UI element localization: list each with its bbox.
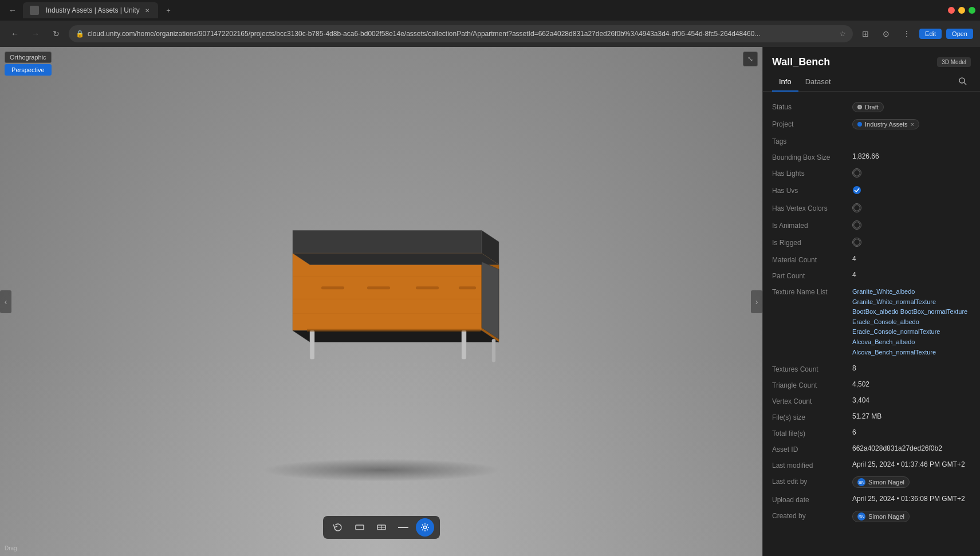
tab-label: Industry Assets | Assets | Unity [46,6,140,14]
model-badge: 3D Model [937,57,971,67]
created-by-user-avatar: SN [857,512,865,520]
has-vertex-colors-icon [852,203,861,212]
svg-marker-17 [307,329,481,332]
is-rigged-label: Is Rigged [772,238,852,247]
browser-chrome: ← Industry Assets | Assets | Unity ✕ ＋ ←… [0,0,980,47]
upload-date-value: April 25, 2024 • 01:36:08 PM GMT+2 [852,495,971,503]
viewer-arrow-right[interactable]: › [751,290,762,313]
info-panel: Wall_Bench 3D Model Info Dataset Status [762,47,980,556]
part-count-label: Part Count [772,271,852,280]
has-vertex-colors-row: Has Vertex Colors [772,200,971,217]
status-text: Draft [865,104,879,111]
has-vertex-colors-label: Has Vertex Colors [772,203,852,212]
status-label: Status [772,102,852,111]
material-count-value: 4 [852,255,971,263]
viewer-arrow-left[interactable]: ‹ [0,290,11,313]
project-remove-btn[interactable]: × [911,121,914,128]
file-size-value: 51.27 MB [852,412,971,420]
svg-rect-15 [492,339,495,362]
grid-btn[interactable] [394,518,412,537]
created-by-user-badge: SN Simon Nagel [852,511,910,522]
address-bar[interactable]: 🔒 cloud.unity.com/home/organizations/907… [69,25,853,42]
wireframe-btn[interactable] [372,518,391,537]
extensions-btn[interactable]: ⊞ [857,26,873,42]
search-icon[interactable] [955,73,971,91]
last-modified-label: Last modified [772,460,852,470]
file-size-row: File(s) size 51.27 MB [772,409,971,425]
last-edit-user-avatar: SN [857,478,865,486]
bookmark-icon[interactable]: ☆ [840,30,846,38]
window-maximize-btn[interactable] [969,7,975,14]
texture-name-list-row: Texture Name List Granite_White_albedo G… [772,283,971,361]
viewer-3d[interactable]: Orthographic Perspective ⤡ ‹ › [0,47,762,556]
info-content: Status Draft Project Industry Assets × [763,92,980,556]
has-lights-row: Has Lights [772,165,971,182]
status-badge: Draft [852,102,884,112]
viewer-panel[interactable]: Orthographic Perspective ⤡ ‹ › [0,47,762,556]
reset-view-btn[interactable] [329,518,347,537]
tab-info[interactable]: Info [772,73,798,92]
browser-toolbar-right: ⊞ ⊙ ⋮ Edit Open [857,26,973,42]
vertex-count-value: 3,404 [852,396,971,404]
orthographic-btn[interactable]: Orthographic [5,52,52,63]
is-rigged-row: Is Rigged [772,234,971,251]
bounding-box-row: Bounding Box Size 1,826.66 [772,149,971,165]
asset-title: Wall_Bench [772,56,830,68]
project-label: Project [772,119,852,128]
has-lights-value [852,168,971,179]
perspective-btn[interactable]: Perspective [5,64,52,76]
bench-model [258,219,505,369]
svg-marker-12 [293,330,499,342]
svg-marker-0 [293,230,482,253]
upload-date-row: Upload date April 25, 2024 • 01:36:08 PM… [772,491,971,507]
settings-btn[interactable] [416,518,434,537]
has-lights-label: Has Lights [772,168,852,178]
svg-point-23 [423,526,426,529]
address-text: cloud.unity.com/home/organizations/90714… [88,30,836,38]
app-container: Orthographic Perspective ⤡ ‹ › [0,47,980,556]
texture-name-list-label: Texture Name List [772,287,852,296]
browser-controls: ← → ↻ 🔒 cloud.unity.com/home/organizatio… [0,21,980,47]
fit-view-btn[interactable] [351,518,369,537]
viewer-top-controls: ⤡ [743,52,758,66]
profile-btn[interactable]: ⊙ [878,26,894,42]
svg-point-30 [854,239,860,246]
tags-label: Tags [772,136,852,145]
nav-reload-btn[interactable]: ↻ [48,26,64,42]
menu-btn[interactable]: ⋮ [899,26,915,42]
material-count-row: Material Count 4 [772,251,971,267]
svg-point-28 [854,205,860,211]
svg-rect-14 [462,330,466,359]
nav-forward-btn[interactable]: → [27,26,44,42]
last-edit-user-badge: SN Simon Nagel [852,476,910,488]
last-modified-value: April 25, 2024 • 01:37:46 PM GMT+2 [852,460,971,468]
window-close-btn[interactable] [948,7,955,14]
last-edit-by-value: SN Simon Nagel [852,476,971,488]
part-count-row: Part Count 4 [772,267,971,283]
file-size-label: File(s) size [772,412,852,421]
vertex-count-label: Vertex Count [772,396,852,405]
open-btn[interactable]: Open [946,29,973,39]
project-badge: Industry Assets × [852,119,919,129]
tags-row: Tags [772,133,971,149]
viewer-toolbar: Orthographic Perspective [5,52,52,76]
triangle-count-row: Triangle Count 4,502 [772,377,971,393]
edit-btn[interactable]: Edit [919,29,942,39]
svg-point-24 [959,78,965,83]
last-edit-user-name: Simon Nagel [868,479,904,486]
tab-close-btn[interactable]: ✕ [143,6,151,14]
browser-tab-active[interactable]: Industry Assets | Assets | Unity ✕ [23,2,158,18]
tab-dataset[interactable]: Dataset [798,73,838,92]
new-tab-btn[interactable]: ＋ [160,2,176,18]
created-by-label: Created by [772,511,852,520]
total-files-value: 6 [852,428,971,436]
is-animated-label: Is Animated [772,220,852,230]
nav-back-btn[interactable]: ← [7,26,23,42]
browser-back-btn[interactable]: ← [5,2,21,18]
fullscreen-btn[interactable]: ⤡ [743,52,758,66]
window-minimize-btn[interactable] [958,7,965,14]
svg-point-27 [853,186,861,194]
last-edit-by-label: Last edit by [772,476,852,486]
ground-shadow [261,459,502,482]
has-lights-icon [852,168,861,178]
